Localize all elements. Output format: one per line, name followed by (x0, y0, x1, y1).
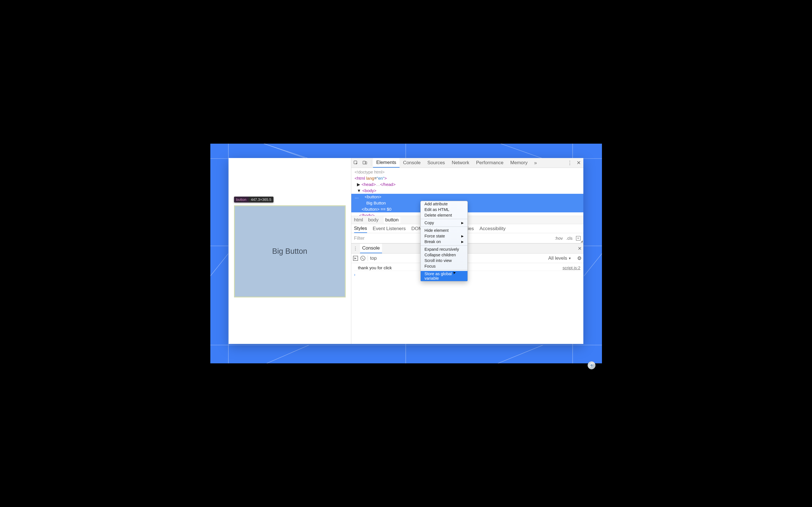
crumb-body[interactable]: body (368, 217, 378, 223)
tab-elements[interactable]: Elements (373, 158, 400, 168)
chrome-logo-icon (587, 361, 596, 370)
crumb-html[interactable]: html (354, 217, 363, 223)
window: button 447.3×365.5 Big Button (229, 158, 583, 344)
console-log-source[interactable]: script.js:2 (562, 265, 580, 270)
ctx-store-as-global[interactable]: Store as global variable (421, 271, 467, 281)
svg-line-11 (210, 253, 229, 276)
ctx-collapse-children[interactable]: Collapse children (421, 252, 467, 258)
svg-rect-14 (363, 161, 365, 164)
element-tooltip: button 447.3×365.5 (234, 196, 274, 203)
page-viewport: button 447.3×365.5 Big Button (229, 158, 351, 344)
ctx-copy[interactable]: Copy▶ (421, 220, 467, 226)
close-drawer-icon[interactable]: ✕ (578, 245, 581, 251)
big-button[interactable]: Big Button (234, 205, 346, 297)
tab-console[interactable]: Console (400, 158, 424, 168)
new-style-rule-icon[interactable]: + (576, 236, 580, 240)
tab-performance[interactable]: Performance (472, 158, 507, 168)
execution-context-icon[interactable]: ▶ (353, 256, 358, 261)
console-settings-icon[interactable]: ⚙ (577, 255, 581, 262)
tab-memory[interactable]: Memory (507, 158, 531, 168)
drawer-tab-console[interactable]: Console (360, 244, 382, 253)
resize-handle-icon[interactable] (580, 240, 583, 242)
subtab-accessibility[interactable]: Accessibility (479, 226, 506, 231)
svg-rect-15 (365, 162, 367, 164)
ctx-add-attribute[interactable]: Add attribute (421, 201, 467, 207)
clear-console-icon[interactable] (360, 256, 365, 261)
ctx-hide-element[interactable]: Hide element (421, 228, 467, 233)
tab-network[interactable]: Network (448, 158, 472, 168)
cls-toggle[interactable]: .cls (566, 236, 573, 240)
big-button-label: Big Button (272, 247, 307, 256)
devtools-tabbar: Elements Console Sources Network Perform… (351, 158, 583, 168)
device-toggle-icon[interactable] (360, 158, 369, 168)
ctx-break-on[interactable]: Break on▶ (421, 239, 467, 244)
subtab-event-listeners[interactable]: Event Listeners (373, 226, 406, 231)
ctx-delete-element[interactable]: Delete element (421, 212, 467, 218)
svg-line-10 (498, 345, 543, 363)
dom-doctype: <!doctype html> (355, 170, 385, 174)
kebab-icon[interactable]: ⋮ (565, 158, 574, 168)
ctx-force-state[interactable]: Force state▶ (421, 233, 467, 239)
tabs-overflow-icon[interactable]: » (531, 158, 540, 168)
log-levels-selector[interactable]: All levels ▼ (548, 256, 571, 261)
svg-line-9 (267, 345, 309, 363)
drawer-kebab-icon[interactable]: ⋮ (353, 245, 358, 251)
svg-line-12 (584, 253, 602, 276)
tooltip-tag: button (234, 196, 249, 203)
tab-sources[interactable]: Sources (424, 158, 448, 168)
context-menu: Add attribute Edit as HTML Delete elemen… (420, 201, 468, 281)
inspect-icon[interactable] (351, 158, 360, 168)
tooltip-dims: 447.3×365.5 (249, 196, 274, 203)
dom-head[interactable]: ▶ <head>…</head> (351, 181, 583, 187)
svg-line-7 (264, 144, 309, 159)
ctx-expand-recursively[interactable]: Expand recursively (421, 246, 467, 252)
dom-html[interactable]: <html lang="en"> (351, 175, 583, 181)
dom-body[interactable]: ▼ <body> (351, 187, 583, 194)
ctx-edit-as-html[interactable]: Edit as HTML (421, 207, 467, 212)
console-log-msg: thank you for click (354, 265, 392, 270)
svg-line-8 (501, 144, 543, 159)
ctx-focus[interactable]: Focus (421, 263, 467, 269)
hov-toggle[interactable]: :hov (555, 236, 563, 240)
ctx-scroll-into-view[interactable]: Scroll into view (421, 258, 467, 263)
subtab-styles[interactable]: Styles (354, 224, 367, 233)
context-selector[interactable]: top (370, 256, 377, 261)
close-devtools-icon[interactable]: ✕ (574, 158, 583, 168)
crumb-button[interactable]: button (384, 217, 400, 223)
